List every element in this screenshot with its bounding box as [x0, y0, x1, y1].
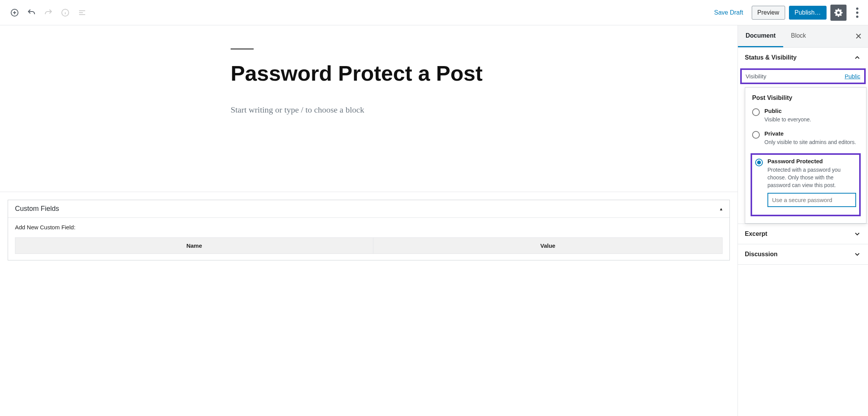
gear-icon: [834, 8, 843, 17]
chevron-up-icon: [853, 54, 861, 61]
discussion-header[interactable]: Discussion: [738, 244, 868, 264]
toolbar-right: Save Draft Preview Publish…: [710, 5, 864, 21]
visibility-option-password[interactable]: Password Protected Protected with a pass…: [755, 158, 856, 207]
undo-icon: [27, 8, 36, 17]
info-button[interactable]: [58, 6, 72, 20]
excerpt-panel: Excerpt: [738, 224, 868, 244]
settings-button[interactable]: [830, 5, 847, 21]
custom-fields-section: Custom Fields ▴ Add New Custom Field: Na…: [0, 192, 738, 260]
visibility-option-private[interactable]: Private Only visible to site admins and …: [752, 130, 859, 146]
add-block-button[interactable]: [8, 6, 21, 20]
status-visibility-header[interactable]: Status & Visibility: [738, 48, 868, 68]
preview-button[interactable]: Preview: [752, 6, 785, 20]
redo-button[interactable]: [41, 6, 55, 20]
radio-icon: [752, 131, 760, 139]
redo-icon: [44, 8, 53, 17]
status-visibility-panel: Status & Visibility Visibility Public Po…: [738, 48, 868, 224]
add-new-custom-field-label: Add New Custom Field:: [15, 224, 723, 230]
settings-sidebar: Document Block ✕ Status & Visibility Vis…: [738, 25, 868, 416]
chevron-down-icon: [853, 230, 861, 238]
dots-vertical-icon: [850, 6, 864, 20]
visibility-highlight: Visibility Public: [740, 68, 866, 84]
discussion-panel: Discussion: [738, 244, 868, 265]
chevron-down-icon: [853, 250, 861, 258]
close-sidebar-button[interactable]: ✕: [852, 30, 865, 43]
save-draft-link[interactable]: Save Draft: [710, 9, 748, 16]
outline-button[interactable]: [75, 6, 89, 20]
title-divider: [231, 48, 254, 50]
discussion-title: Discussion: [745, 251, 777, 258]
option-label: Password Protected: [767, 158, 856, 164]
info-icon: [61, 8, 70, 17]
status-visibility-title: Status & Visibility: [745, 54, 797, 61]
more-options-button[interactable]: [850, 6, 864, 20]
option-desc: Only visible to site admins and editors.: [764, 138, 859, 146]
collapse-up-icon: ▴: [720, 206, 723, 212]
post-title[interactable]: Password Protect a Post: [231, 61, 507, 86]
svg-point-3: [856, 12, 858, 14]
list-icon: [78, 8, 87, 17]
cf-col-name: Name: [15, 238, 373, 254]
plus-circle-icon: [10, 8, 19, 17]
option-desc: Protected with a password you choose. On…: [767, 166, 856, 189]
visibility-option-public[interactable]: Public Visible to everyone.: [752, 108, 859, 123]
password-option-highlight: Password Protected Protected with a pass…: [751, 153, 861, 217]
block-placeholder[interactable]: Start writing or type / to choose a bloc…: [231, 105, 507, 115]
password-input[interactable]: [767, 193, 856, 207]
svg-point-2: [856, 7, 858, 10]
excerpt-header[interactable]: Excerpt: [738, 224, 868, 244]
post-visibility-title: Post Visibility: [752, 94, 859, 101]
custom-fields-table: Name Value: [15, 237, 723, 254]
option-desc: Visible to everyone.: [764, 116, 859, 123]
custom-fields-title: Custom Fields: [15, 205, 59, 213]
sidebar-tabs: Document Block ✕: [738, 25, 868, 48]
visibility-label: Visibility: [746, 73, 766, 80]
tab-block[interactable]: Block: [783, 25, 814, 47]
custom-fields-header[interactable]: Custom Fields ▴: [8, 200, 729, 218]
post-visibility-popover: Post Visibility Public Visible to everyo…: [745, 87, 866, 224]
tab-document[interactable]: Document: [738, 25, 783, 47]
option-label: Public: [764, 108, 859, 114]
svg-point-4: [856, 15, 858, 18]
undo-button[interactable]: [25, 6, 38, 20]
toolbar-left: [4, 6, 89, 20]
cf-col-value: Value: [373, 238, 723, 254]
option-label: Private: [764, 130, 859, 137]
visibility-value-link[interactable]: Public: [845, 73, 860, 80]
top-toolbar: Save Draft Preview Publish…: [0, 0, 868, 25]
close-icon: ✕: [855, 31, 862, 41]
radio-icon: [752, 108, 760, 116]
excerpt-title: Excerpt: [745, 230, 767, 237]
radio-selected-icon: [755, 159, 763, 166]
publish-button[interactable]: Publish…: [789, 6, 827, 20]
editor-area: Password Protect a Post Start writing or…: [0, 25, 738, 416]
